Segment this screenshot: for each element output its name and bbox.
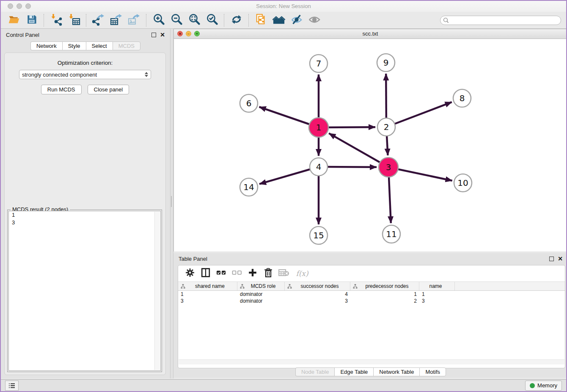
tab-network[interactable]: Network <box>30 41 62 50</box>
cell[interactable]: 1 <box>178 291 237 298</box>
import-table-button[interactable] <box>65 13 83 28</box>
delete-table-icon <box>278 269 289 278</box>
cell[interactable]: 2 <box>350 298 419 304</box>
table-row[interactable]: 1dominator411 <box>178 291 565 298</box>
svg-text:8: 8 <box>460 93 465 103</box>
close-panel-icon[interactable]: ✕ <box>160 33 165 37</box>
network-window-title: scc.txt <box>174 30 567 37</box>
open-session-icon <box>8 14 20 27</box>
column-header-MCDS-role[interactable]: MCDS role <box>237 282 285 290</box>
tab-network-table[interactable]: Network Table <box>373 367 419 376</box>
search-input[interactable] <box>440 16 561 25</box>
table-panel-title: Table Panel <box>179 256 207 262</box>
show-all-button[interactable] <box>306 13 323 28</box>
control-panel-title: Control Panel <box>6 32 39 38</box>
criterion-dropdown[interactable]: strongly connected component <box>19 70 151 79</box>
float-table-panel-icon[interactable] <box>549 257 554 261</box>
run-mcds-button[interactable]: Run MCDS <box>41 85 82 94</box>
apply-layout-icon <box>231 14 242 27</box>
zoom-fit-button[interactable] <box>185 13 203 28</box>
clone-network-button[interactable] <box>252 13 270 28</box>
add-row-button[interactable] <box>247 268 259 279</box>
node-11[interactable]: 11 <box>383 225 400 243</box>
zoom-selected-icon <box>206 13 218 28</box>
cell[interactable]: 1 <box>419 291 455 298</box>
toggle-column-display-button[interactable] <box>200 268 212 279</box>
zoom-selected-button[interactable] <box>203 13 221 28</box>
select-all-rows-button[interactable] <box>215 268 227 279</box>
cell[interactable]: 3 <box>285 298 350 304</box>
close-panel-button[interactable]: Close panel <box>88 85 129 94</box>
deselect-all-rows-icon <box>232 269 242 278</box>
tab-select[interactable]: Select <box>86 41 113 50</box>
export-image-button[interactable] <box>125 13 143 28</box>
column-header-name[interactable]: name <box>419 282 455 290</box>
close-table-panel-icon[interactable]: ✕ <box>558 257 563 261</box>
tab-motifs[interactable]: Motifs <box>419 367 446 376</box>
tab-node-table[interactable]: Node Table <box>295 367 335 376</box>
panel-splitter[interactable] <box>170 29 173 378</box>
hide-selected-button[interactable] <box>288 13 306 28</box>
table-body: 1dominator4113dominator323 <box>178 291 565 304</box>
column-header-successor-nodes[interactable]: successor nodes <box>285 282 350 290</box>
zoom-fit-icon <box>188 13 201 28</box>
cell[interactable]: dominator <box>237 298 285 304</box>
import-network-button[interactable] <box>47 13 65 28</box>
result-scrollbar[interactable] <box>154 212 160 370</box>
delete-rows-button[interactable] <box>262 268 274 279</box>
node-14[interactable]: 14 <box>240 178 258 196</box>
deselect-all-rows-button[interactable] <box>231 268 243 279</box>
float-panel-icon[interactable] <box>151 33 156 37</box>
mcds-result-area[interactable]: 13 <box>8 211 161 371</box>
export-table-button[interactable] <box>107 13 125 28</box>
column-header-predecessor-nodes[interactable]: predecessor nodes <box>350 282 419 290</box>
node-2[interactable]: 2 <box>377 118 395 136</box>
zoom-out-button[interactable] <box>168 13 185 28</box>
cell[interactable]: 3 <box>419 298 455 304</box>
table-horizontal-scrollbar[interactable] <box>179 359 564 364</box>
svg-text:2: 2 <box>384 122 389 132</box>
tab-edge-table[interactable]: Edge Table <box>334 367 373 376</box>
node-15[interactable]: 15 <box>310 226 328 244</box>
save-session-button[interactable] <box>23 13 41 28</box>
table-settings-button[interactable] <box>184 268 196 279</box>
import-table-icon <box>68 13 80 28</box>
network-close-button[interactable]: ✕ <box>177 31 183 36</box>
select-all-rows-icon <box>216 269 226 278</box>
mcds-result-node: 1 <box>9 211 160 219</box>
node-4[interactable]: 4 <box>310 158 328 176</box>
cell[interactable]: 1 <box>350 291 419 298</box>
export-network-icon <box>92 13 105 28</box>
zoom-in-button[interactable] <box>150 13 168 28</box>
mcds-result-groupbox: MCDS result (2 nodes) 13 <box>7 210 162 372</box>
node-7[interactable]: 7 <box>310 55 328 72</box>
memory-button[interactable]: Memory <box>525 381 562 391</box>
network-canvas[interactable]: 7968124314101511 <box>174 39 567 251</box>
attribute-icon <box>287 284 292 289</box>
apply-layout-button[interactable] <box>228 13 245 28</box>
table-row[interactable]: 3dominator323 <box>178 298 565 304</box>
tab-style[interactable]: Style <box>62 41 86 50</box>
node-9[interactable]: 9 <box>377 54 395 72</box>
node-10[interactable]: 10 <box>454 174 472 192</box>
export-network-button[interactable] <box>90 13 107 28</box>
node-3[interactable]: 3 <box>379 157 398 177</box>
network-maximize-button[interactable]: + <box>194 31 200 36</box>
tab-mcds[interactable]: MCDS <box>113 41 140 50</box>
column-header-shared-name[interactable]: shared name <box>178 282 237 290</box>
node-1[interactable]: 1 <box>309 118 328 137</box>
edge-2-8[interactable] <box>386 102 452 127</box>
cell[interactable]: dominator <box>237 291 285 298</box>
node-8[interactable]: 8 <box>453 89 471 107</box>
cell[interactable]: 4 <box>285 291 350 298</box>
task-history-button[interactable] <box>5 381 19 391</box>
main-toolbar <box>1 12 566 29</box>
cell[interactable]: 3 <box>178 298 237 304</box>
mcds-result-node: 3 <box>9 219 160 226</box>
first-neighbors-button[interactable] <box>270 13 288 28</box>
svg-text:7: 7 <box>316 58 322 69</box>
network-minimize-button[interactable]: − <box>186 31 191 36</box>
chevron-updown-icon <box>145 72 148 77</box>
node-6[interactable]: 6 <box>240 94 258 112</box>
open-session-button[interactable] <box>5 13 23 28</box>
